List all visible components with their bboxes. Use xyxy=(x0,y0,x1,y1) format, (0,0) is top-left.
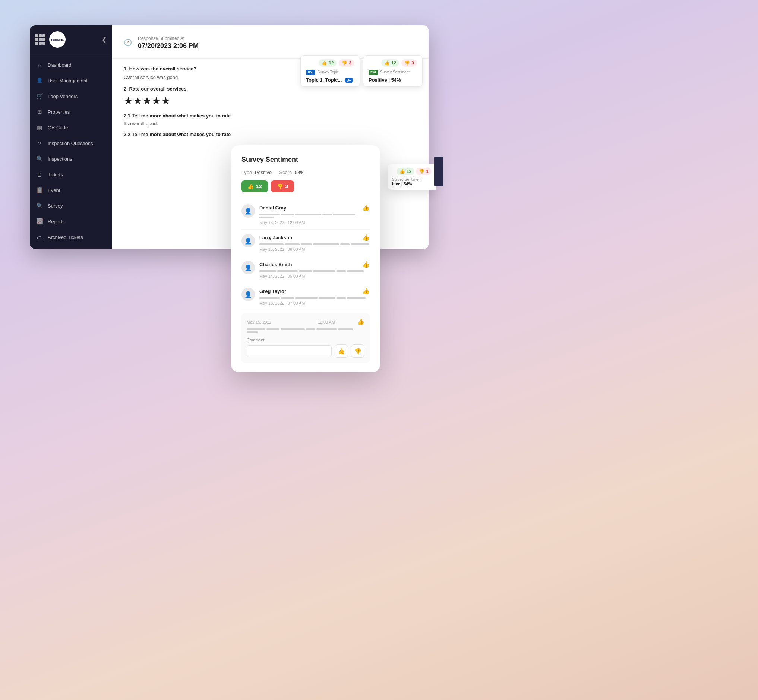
sidebar-item-tickets[interactable]: 🗒 Tickets xyxy=(30,167,112,182)
sentiment-tag: RXI Survey Sentiment xyxy=(368,70,417,75)
sentiment-modal: Survey Sentiment Type Positive Score 54%… xyxy=(231,145,380,372)
person-name-greg: Greg Taylor 👍 xyxy=(259,288,370,295)
person-date-daniel: May 16, 2022 12:00 AM xyxy=(259,220,370,225)
properties-icon: ⊞ xyxy=(36,108,43,116)
sidebar-item-compare-templates[interactable]: 🔍 Compare Templates xyxy=(30,245,112,249)
topic-type-label: Survey Topic xyxy=(318,70,339,74)
topic-rxi-badge: RXI xyxy=(306,70,315,75)
comment-thumbs-up-button[interactable]: 👍 xyxy=(335,344,348,358)
right-partial-down-badge: 👎 1 xyxy=(416,168,432,175)
right-partial-type: Survey Sentiment xyxy=(392,177,432,181)
loop-vendors-icon: 🛒 xyxy=(36,92,43,100)
thumb-up-icon-expanded: 👍 xyxy=(357,318,365,325)
event-icon: 📋 xyxy=(36,186,43,194)
right-partial-up-badge: 👍 12 xyxy=(396,168,415,175)
sidebar-header: ResolvedX ❮ xyxy=(30,25,112,54)
response-date: 07/20/2023 2:06 PM xyxy=(138,42,199,50)
sentiment-votes: 👍 12 👎 3 xyxy=(368,59,417,67)
person-date-charles: May 14, 2022 05:00 AM xyxy=(259,274,370,278)
tooltip-cards: 👍 12 👎 3 RXI Survey Topic Topic 1, Topic… xyxy=(300,55,423,87)
sidebar-item-inspections[interactable]: 🔍 Inspections xyxy=(30,151,112,167)
person-date-larry: May 15, 2022 08:00 AM xyxy=(259,247,370,252)
person-info-larry: Larry Jackson 👍 May 15, 2022 08:00 AM xyxy=(259,234,370,252)
modal-score: Score 54% xyxy=(279,170,304,175)
sidebar-nav: ⌂ Dashboard 👤 User Management 🛒 Loop Ven… xyxy=(30,54,112,249)
comment-label: Comment xyxy=(247,338,365,342)
person-name-charles: Charles Smith 👍 xyxy=(259,261,370,268)
modal-thumbs-up-button[interactable]: 👍 12 xyxy=(242,180,268,192)
expanded-row: May 15, 2022 12:00 AM 👍 Comment 👍 👎 xyxy=(242,313,370,363)
sidebar-item-qr-code[interactable]: ▦ QR Code xyxy=(30,120,112,135)
topic-up-badge: 👍 12 xyxy=(319,59,337,67)
sentiment-down-badge: 👎 3 xyxy=(401,59,417,67)
collapse-button[interactable]: ❮ xyxy=(102,36,107,43)
sidebar-item-loop-vendors[interactable]: 🛒 Loop Vendors xyxy=(30,88,112,104)
sentiment-type-label: Survey Sentiment xyxy=(380,70,410,74)
sidebar-item-inspection-questions[interactable]: ? Inspection Questions xyxy=(30,135,112,151)
sidebar-item-dashboard[interactable]: ⌂ Dashboard xyxy=(30,57,112,73)
survey-icon: 🔍 xyxy=(36,202,43,209)
expanded-date: May 15, 2022 12:00 AM 👍 xyxy=(247,318,365,325)
person-info-daniel: Daniel Gray 👍 May 16, 2022 12:00 AM xyxy=(259,204,370,225)
reports-icon: 📈 xyxy=(36,218,43,225)
person-row-larry[interactable]: 👤 Larry Jackson 👍 May 15, 2022 08:00 AM xyxy=(242,230,370,256)
sub-question-2-2: 2.2 Tell me more about what makes you to… xyxy=(124,131,416,137)
sub-question-2-1: 2.1 Tell me more about what makes you to… xyxy=(124,113,416,119)
sentiment-value: Positive | 54% xyxy=(368,77,417,83)
right-partial-card: 👍 12 👎 1 Survey Sentiment itive | 54% xyxy=(388,164,436,190)
sidebar-item-event[interactable]: 📋 Event xyxy=(30,182,112,198)
sidebar-item-user-management[interactable]: 👤 User Management xyxy=(30,73,112,88)
inspections-icon: 🔍 xyxy=(36,155,43,162)
person-row-greg[interactable]: 👤 Greg Taylor 👍 May 13, 2022 07:00 AM xyxy=(242,283,370,310)
inspection-questions-icon: ? xyxy=(36,139,43,147)
question-2: 2. Rate our overall services. xyxy=(124,86,416,92)
person-info-charles: Charles Smith 👍 May 14, 2022 05:00 AM xyxy=(259,261,370,278)
person-bars-charles xyxy=(259,270,370,272)
person-name-daniel: Daniel Gray 👍 xyxy=(259,204,370,211)
sidebar-item-properties[interactable]: ⊞ Properties xyxy=(30,104,112,120)
topic-votes: 👍 12 👎 3 xyxy=(306,59,354,67)
sentiment-up-badge: 👍 12 xyxy=(381,59,399,67)
right-partial-votes: 👍 12 👎 1 xyxy=(392,168,432,175)
sidebar-item-survey[interactable]: 🔍 Survey xyxy=(30,198,112,214)
expanded-bars xyxy=(247,328,365,333)
comment-input-row: 👍 👎 xyxy=(247,344,365,358)
user-management-icon: 👤 xyxy=(36,77,43,84)
person-name-larry: Larry Jackson 👍 xyxy=(259,234,370,241)
right-partial-value: itive | 54% xyxy=(392,181,432,186)
topic-value: Topic 1, Topic... 3+ xyxy=(306,77,354,83)
response-label: Response Submitted At xyxy=(138,36,199,41)
comment-thumbs-down-button[interactable]: 👎 xyxy=(351,344,365,358)
grid-icon[interactable] xyxy=(35,34,45,45)
sentiment-tooltip-card[interactable]: 👍 12 👎 3 RXI Survey Sentiment Positive |… xyxy=(363,55,423,87)
avatar-greg: 👤 xyxy=(242,288,255,301)
sub-answer-2-1: Its overall good. xyxy=(124,121,416,127)
person-bars-greg xyxy=(259,297,370,299)
star-rating: ★★★★★ xyxy=(124,95,416,107)
topic-tag: RXI Survey Topic xyxy=(306,70,354,75)
person-row-daniel[interactable]: 👤 Daniel Gray 👍 May 16, 2022 12:00 AM xyxy=(242,200,370,230)
archived-tickets-icon: 🗃 xyxy=(36,233,43,241)
clock-icon: 🕐 xyxy=(124,38,133,47)
person-bars-larry xyxy=(259,244,370,245)
topic-tooltip-card[interactable]: 👍 12 👎 3 RXI Survey Topic Topic 1, Topic… xyxy=(300,55,360,87)
modal-votes: 👍 12 👎 3 xyxy=(242,180,370,192)
person-info-greg: Greg Taylor 👍 May 13, 2022 07:00 AM xyxy=(259,288,370,305)
topic-down-badge: 👎 3 xyxy=(339,59,354,67)
comment-input[interactable] xyxy=(247,345,332,357)
qr-code-icon: ▦ xyxy=(36,124,43,131)
thumb-up-icon-charles: 👍 xyxy=(362,261,370,268)
avatar-daniel: 👤 xyxy=(242,204,255,218)
sidebar-item-reports[interactable]: 📈 Reports xyxy=(30,214,112,229)
sidebar: ResolvedX ❮ ⌂ Dashboard 👤 User Managemen… xyxy=(30,25,112,249)
modal-thumbs-down-button[interactable]: 👎 3 xyxy=(271,180,295,192)
modal-meta: Type Positive Score 54% xyxy=(242,170,370,175)
avatar-charles: 👤 xyxy=(242,261,255,274)
modal-title: Survey Sentiment xyxy=(242,156,370,164)
response-header: 🕐 Response Submitted At 07/20/2023 2:06 … xyxy=(112,25,429,58)
logo: ResolvedX xyxy=(49,31,66,48)
sidebar-item-archived-tickets[interactable]: 🗃 Archived Tickets xyxy=(30,229,112,245)
person-row-charles[interactable]: 👤 Charles Smith 👍 May 14, 2022 05:00 AM xyxy=(242,256,370,283)
person-date-greg: May 13, 2022 07:00 AM xyxy=(259,301,370,305)
sentiment-rxi-badge: RXI xyxy=(368,70,378,75)
